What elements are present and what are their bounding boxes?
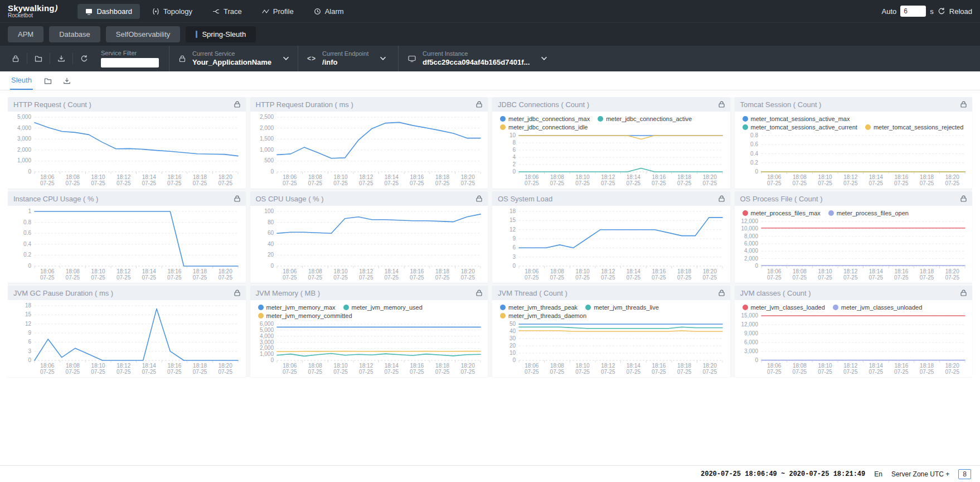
nav-item-trace[interactable]: Trace [205, 4, 250, 19]
legend-item-meter-jdbc-connections-idle[interactable]: meter_jdbc_connections_idle [500, 124, 588, 131]
download-icon[interactable] [50, 53, 73, 64]
legend-item-meter-jvm-memory-used[interactable]: meter_jvm_memory_used [343, 304, 423, 311]
dashboard-tab-spring-sleuth[interactable]: Spring-Sleuth [186, 26, 256, 42]
legend-item-meter-jvm-classes-unloaded[interactable]: meter_jvm_classes_unloaded [833, 304, 923, 311]
server-zone-input[interactable]: 8 [958, 469, 971, 479]
legend-item-meter-jvm-threads-peak[interactable]: meter_jvm_threads_peak [500, 304, 578, 311]
selector-current-endpoint[interactable]: <> Current Endpoint /info [298, 46, 398, 71]
nav-item-profile[interactable]: Profile [254, 4, 302, 19]
svg-text:07-25: 07-25 [460, 274, 475, 281]
svg-text:18:08: 18:08 [792, 268, 806, 274]
refresh-icon[interactable] [73, 53, 95, 64]
chart-header: JDBC Connections ( Count ) [492, 97, 730, 112]
lock-icon[interactable] [960, 195, 967, 202]
chart-canvas: 02,0004,0006,0008,00010,00012,00018:0607… [736, 217, 971, 283]
folder-icon[interactable] [44, 77, 52, 90]
svg-text:30: 30 [510, 335, 516, 341]
svg-text:0.4: 0.4 [750, 151, 758, 157]
svg-text:15,000: 15,000 [741, 312, 758, 319]
selector-label: Current Endpoint [322, 50, 368, 58]
svg-text:18:12: 18:12 [601, 363, 615, 369]
svg-text:18:16: 18:16 [167, 268, 181, 274]
svg-text:15: 15 [25, 311, 32, 317]
auto-interval-input[interactable] [900, 6, 926, 17]
chart-body: 01,0002,0003,0004,0005,00018:0607-2518:0… [8, 112, 246, 189]
chart-card-http-request-count: HTTP Request ( Count ) 01,0002,0003,0004… [8, 97, 246, 189]
svg-text:18:14: 18:14 [142, 268, 156, 274]
svg-text:07-25: 07-25 [792, 180, 807, 186]
dashboard-tab-apm[interactable]: APM [8, 26, 43, 42]
legend-item-meter-jvm-classes-loaded[interactable]: meter_jvm_classes_loaded [743, 304, 825, 311]
lock-icon[interactable] [719, 195, 725, 202]
dashboard-tab-selfobservability[interactable]: SelfObservability [106, 26, 181, 42]
svg-text:18:14: 18:14 [142, 174, 156, 180]
nav-item-label: Dashboard [96, 7, 132, 16]
folder-icon[interactable] [27, 53, 50, 64]
svg-text:18:06: 18:06 [767, 363, 781, 369]
selector-current-service[interactable]: Current Service Your_ApplicationName [169, 46, 298, 71]
chart-canvas: 02040608010018:0607-2518:0807-2518:1007-… [251, 207, 486, 283]
chart-card-tomcat-session-count: Tomcat Session ( Count ) meter_tomcat_se… [735, 97, 973, 189]
app-logo[interactable]: Skywalking ) Rocketbot [8, 4, 57, 18]
legend-item-meter-tomcat-sessions-rejected[interactable]: meter_tomcat_sessions_rejected [865, 124, 963, 131]
lock-icon[interactable] [719, 101, 725, 108]
svg-text:18:20: 18:20 [460, 363, 474, 369]
svg-text:07-25: 07-25 [358, 369, 373, 375]
svg-text:18:20: 18:20 [219, 174, 232, 180]
service-filter-input[interactable] [101, 58, 159, 68]
svg-text:07-25: 07-25 [167, 180, 182, 186]
svg-text:18:10: 18:10 [818, 268, 832, 274]
lock-icon[interactable] [234, 101, 240, 108]
chart-body: meter_jvm_classes_loadedmeter_jvm_classe… [735, 300, 973, 377]
lock-icon[interactable] [234, 195, 240, 202]
legend-item-meter-process-files-open[interactable]: meter_process_files_open [828, 210, 909, 216]
svg-text:07-25: 07-25 [550, 274, 565, 281]
download-icon[interactable] [63, 77, 71, 90]
nav-item-alarm[interactable]: Alarm [306, 4, 352, 19]
legend-item-meter-jdbc-connections-max[interactable]: meter_jdbc_connections_max [500, 115, 590, 122]
nav-item-topology[interactable]: Topology [144, 4, 200, 19]
tab-sleuth[interactable]: Sleuth [10, 72, 33, 90]
svg-text:6,000: 6,000 [744, 339, 758, 345]
legend-item-meter-process-files-max[interactable]: meter_process_files_max [743, 210, 821, 216]
language-toggle[interactable]: En [874, 470, 882, 478]
svg-text:0.8: 0.8 [23, 219, 31, 225]
lock-icon[interactable] [476, 290, 482, 296]
svg-text:07-25: 07-25 [308, 369, 322, 375]
legend-item-meter-jvm-memory-max[interactable]: meter_jvm_memory_max [258, 304, 336, 311]
selector-current-instance[interactable]: Current Instance df5cc29cca094af4b165d74… [398, 46, 556, 71]
reload-icon[interactable] [938, 7, 945, 15]
lock-icon[interactable] [476, 101, 482, 108]
svg-text:07-25: 07-25 [283, 180, 297, 186]
svg-text:07-25: 07-25 [333, 274, 348, 281]
lock-icon[interactable] [960, 101, 967, 108]
lock-icon[interactable] [4, 53, 27, 64]
legend-item-meter-tomcat-sessions-active-current[interactable]: meter_tomcat_sessions_active_current [743, 124, 857, 131]
svg-text:07-25: 07-25 [333, 180, 348, 186]
svg-text:18:08: 18:08 [66, 268, 80, 274]
chart-legend: meter_jvm_threads_peakmeter_jvm_threads_… [493, 301, 728, 320]
legend-item-meter-jvm-threads-daemon[interactable]: meter_jvm_threads_daemon [500, 312, 586, 319]
lock-icon[interactable] [719, 290, 725, 296]
legend-item-meter-jvm-memory-committed[interactable]: meter_jvm_memory_committed [258, 312, 352, 319]
svg-text:18:14: 18:14 [869, 363, 882, 369]
lock-icon[interactable] [476, 195, 482, 202]
legend-item-meter-tomcat-sessions-active-max[interactable]: meter_tomcat_sessions_active_max [743, 115, 850, 122]
svg-text:07-25: 07-25 [818, 369, 832, 375]
view-tabs: Sleuth [0, 71, 980, 90]
chart-header: OS CPU Usage ( % ) [250, 191, 488, 206]
lock-icon[interactable] [234, 290, 240, 296]
nav-item-dashboard[interactable]: Dashboard [77, 4, 140, 19]
svg-text:18:18: 18:18 [677, 174, 691, 180]
chart-header: HTTP Request ( Count ) [8, 97, 246, 112]
lock-icon[interactable] [960, 290, 967, 296]
legend-dot [585, 305, 591, 310]
svg-text:18:12: 18:12 [117, 174, 130, 180]
legend-item-meter-jdbc-connections-active[interactable]: meter_jdbc_connections_active [598, 115, 692, 122]
chart-card-os-cpu-usage: OS CPU Usage ( % ) 02040608010018:0607-2… [250, 191, 488, 283]
legend-item-meter-jvm-threads-live[interactable]: meter_jvm_threads_live [585, 304, 659, 311]
chart-title: HTTP Request Duration ( ms ) [256, 100, 477, 109]
chart-body: meter_jvm_threads_peakmeter_jvm_threads_… [492, 300, 730, 377]
reload-button[interactable]: Reload [949, 7, 972, 16]
dashboard-tab-database[interactable]: Database [49, 26, 100, 42]
